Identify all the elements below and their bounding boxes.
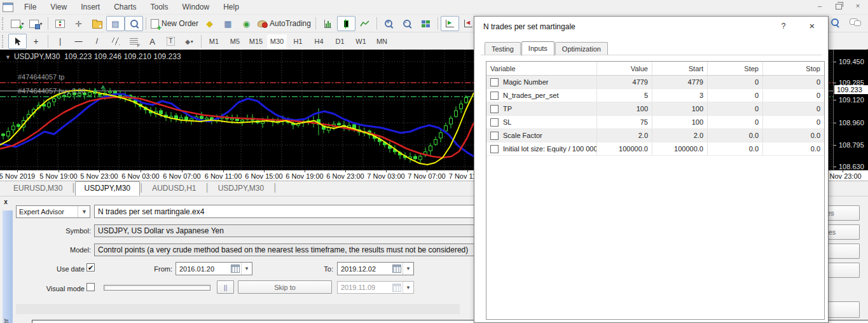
new-order-button[interactable]: +New Order	[149, 16, 200, 31]
tester-start-icon[interactable]: ▶	[441, 16, 459, 31]
dialog-tab-testing[interactable]: Testing	[485, 42, 521, 55]
value-cell: 75	[597, 116, 652, 128]
inputs-table: VariableValueStartStepStopMagic Number47…	[486, 61, 825, 320]
dialog-tab-optimization[interactable]: Optimization	[555, 42, 608, 55]
timeframe-h4[interactable]: H4	[309, 34, 329, 48]
bar-chart-icon[interactable]	[319, 16, 337, 31]
column-header-step: Step	[708, 62, 763, 75]
trendline-icon[interactable]: /	[88, 34, 106, 49]
candlestick-chart-icon[interactable]	[337, 16, 355, 31]
tester-close-icon[interactable]: x	[2, 198, 10, 206]
price-axis-label: 108.795	[839, 141, 864, 149]
signals-icon[interactable]: ◉	[237, 16, 256, 31]
timeframe-m5[interactable]: M5	[225, 34, 245, 48]
row-checkbox[interactable]	[490, 132, 499, 140]
timeframe-h1[interactable]: H1	[288, 34, 308, 48]
restore-button[interactable]	[832, 1, 845, 11]
value-cell: 2.0	[597, 129, 652, 142]
tile-windows-icon[interactable]	[417, 16, 435, 31]
visual-speed-slider[interactable]	[104, 285, 210, 291]
close-button[interactable]: ×	[851, 1, 864, 11]
menu-view[interactable]: View	[43, 3, 74, 11]
table-row[interactable]: Scale Factor2.02.00.00.0	[486, 129, 824, 142]
new-chart-icon[interactable]: +▾	[8, 16, 27, 31]
toolbar-drag-handle[interactable]	[2, 17, 6, 30]
templates-icon[interactable]: ★	[88, 16, 106, 31]
autotrading-button[interactable]: AutoTrading	[256, 16, 313, 31]
start-cell: 100	[652, 116, 708, 128]
profiles-icon[interactable]: ▾	[27, 16, 45, 31]
timeframe-w1[interactable]: W1	[351, 34, 371, 48]
row-checkbox[interactable]	[490, 118, 499, 127]
row-checkbox[interactable]	[490, 92, 499, 100]
toolbar-drag-handle[interactable]	[2, 35, 6, 48]
text-tool-icon[interactable]: A	[143, 34, 162, 49]
vertical-line-icon[interactable]: |	[51, 34, 69, 49]
market-watch-icon[interactable]: ▲▼	[51, 16, 69, 31]
use-date-checkbox[interactable]: ✔	[86, 263, 95, 271]
menu-charts[interactable]: Charts	[107, 3, 143, 11]
navigator-icon[interactable]: ✛	[69, 16, 88, 31]
chart-tab-eurusd-m30[interactable]: EURUSD,M30	[4, 181, 72, 196]
time-axis-label: 5 Nov 2019	[0, 172, 35, 180]
chart-tab-usdjpy-m30[interactable]: USDJPY,M30	[75, 181, 140, 196]
channel-icon[interactable]: E	[106, 34, 125, 49]
minimize-button[interactable]: –	[813, 1, 826, 11]
expert-type-select[interactable]: Expert Advisor▼	[16, 205, 90, 218]
timeframe-d1[interactable]: D1	[330, 34, 350, 48]
chat-icon[interactable]	[850, 18, 861, 27]
price-tick	[834, 145, 836, 146]
row-checkbox[interactable]	[490, 78, 499, 86]
price-axis-label: 109.120	[839, 96, 864, 104]
timeframe-mn[interactable]: MN	[372, 34, 392, 48]
table-row[interactable]: N_trades_per_set5300	[486, 89, 824, 102]
experts-icon[interactable]: ▦	[219, 16, 237, 31]
chart-tab-usdjpy-m30[interactable]: USDJPY,M30	[209, 181, 273, 196]
horizontal-line-icon[interactable]: —	[69, 34, 88, 49]
dialog-help-button[interactable]: ?	[778, 22, 789, 31]
fibonacci-icon[interactable]: F	[125, 34, 143, 49]
metaeditor-icon[interactable]: ◆	[200, 16, 219, 31]
timeframe-m30[interactable]: M30	[267, 34, 287, 48]
menu-insert[interactable]: Insert	[74, 3, 107, 11]
skip-date-input[interactable]: 2019.11.09▼	[337, 281, 414, 294]
pause-button[interactable]: ||	[217, 280, 234, 294]
line-chart-icon[interactable]	[355, 16, 374, 31]
skip-to-button[interactable]: Skip to	[238, 280, 332, 294]
terminal-icon[interactable]: ▤	[106, 16, 125, 31]
table-row[interactable]: Magic Number4779477900	[486, 76, 824, 89]
label-tool-icon[interactable]: T	[162, 34, 180, 49]
menu-tools[interactable]: Tools	[144, 3, 176, 11]
dialog-tab-inputs[interactable]: Inputs	[521, 41, 555, 56]
start-cell: 100	[652, 102, 708, 115]
search-icon[interactable]	[830, 18, 841, 28]
chart-tab-audusd-h1[interactable]: AUDUSD,H1	[142, 181, 205, 196]
cursor-tool-icon[interactable]	[8, 34, 27, 49]
time-axis-label: 6 Nov 11:00	[205, 172, 242, 180]
menu-window[interactable]: Window	[176, 3, 217, 11]
zoom-in-icon[interactable]: +	[380, 16, 398, 31]
strategy-tester-icon[interactable]	[125, 16, 143, 31]
zoom-out-icon[interactable]: -	[398, 16, 417, 31]
price-axis[interactable]: 109.450109.285109.120108.960108.795108.6…	[833, 50, 868, 170]
timeframe-m15[interactable]: M15	[246, 34, 266, 48]
from-date-input[interactable]: 2016.01.20▼	[176, 262, 252, 275]
chart-dropdown-icon[interactable]: ▼	[5, 54, 11, 60]
row-checkbox[interactable]	[490, 105, 499, 113]
to-date-input[interactable]: 2019.12.02▼	[337, 262, 414, 275]
step-cell: 0.0	[708, 142, 763, 155]
window-controls: – ×	[813, 1, 864, 11]
visual-mode-checkbox[interactable]	[86, 283, 95, 291]
row-checkbox[interactable]	[490, 145, 499, 153]
variable-cell: Initial lot size: Equity / 100 000	[486, 142, 597, 155]
menu-file[interactable]: File	[17, 3, 43, 11]
table-row[interactable]: TP10010000	[486, 102, 824, 116]
value-cell: 4779	[597, 76, 652, 88]
table-row[interactable]: Initial lot size: Equity / 100 000100000…	[486, 142, 824, 156]
menu-help[interactable]: Help	[216, 3, 246, 11]
dialog-close-button[interactable]: ×	[806, 20, 818, 31]
table-row[interactable]: SL7510000	[486, 116, 824, 129]
timeframe-m1[interactable]: M1	[204, 34, 224, 48]
shapes-icon[interactable]: ◆▾	[180, 34, 198, 49]
crosshair-tool-icon[interactable]: +	[27, 34, 45, 49]
